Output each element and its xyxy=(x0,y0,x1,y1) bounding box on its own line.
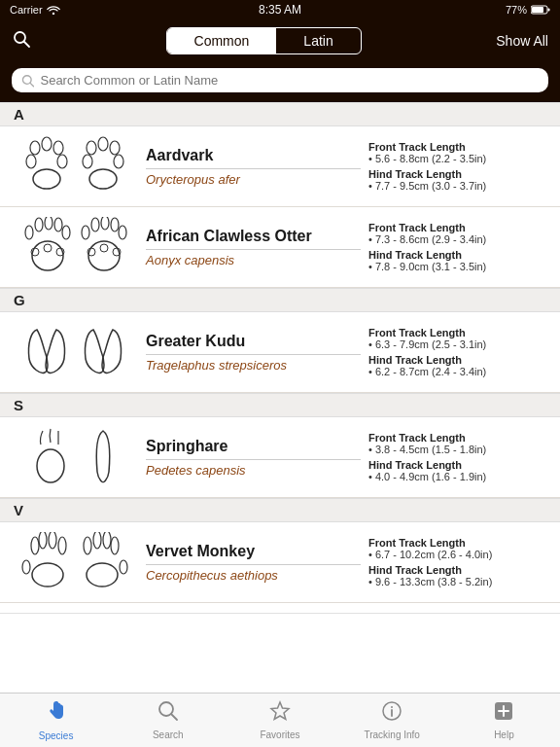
track-data-aardvark: Front Track Length • 5.6 - 8.8cm (2.2 - … xyxy=(368,141,548,192)
track-data-kudu: Front Track Length • 6.3 - 7.9cm (2.5 - … xyxy=(368,327,548,377)
svg-point-36 xyxy=(100,244,108,252)
tab-bar-item-tracking[interactable]: Tracking Info xyxy=(336,700,448,740)
wifi-icon xyxy=(47,5,60,15)
tab-bar-item-species[interactable]: Species xyxy=(0,699,112,741)
svg-point-22 xyxy=(45,217,52,230)
svg-point-45 xyxy=(120,560,127,574)
svg-point-23 xyxy=(54,218,62,231)
list-item[interactable]: Greater Kudu Tragelaphus strepsiceros Fr… xyxy=(0,312,560,393)
animal-name: Greater Kudu xyxy=(146,333,361,355)
status-carrier: Carrier xyxy=(10,4,60,16)
track-left-springhare xyxy=(33,427,84,487)
star-icon xyxy=(269,700,291,728)
svg-point-40 xyxy=(31,537,39,554)
animal-info-vervet: Vervet Monkey Cercopithecus aethiops xyxy=(138,543,368,583)
search-tab-icon xyxy=(158,700,179,728)
svg-point-8 xyxy=(30,141,40,155)
svg-point-38 xyxy=(37,449,64,482)
tab-bar-item-search[interactable]: Search xyxy=(112,700,224,740)
tab-bar-label-help: Help xyxy=(494,729,514,740)
svg-point-49 xyxy=(84,537,91,554)
svg-point-41 xyxy=(39,532,47,549)
svg-point-16 xyxy=(110,141,120,155)
animal-info-springhare: Springhare Pedetes capensis xyxy=(138,438,368,478)
animal-latin: Tragelaphus strepsiceros xyxy=(146,358,361,373)
svg-point-47 xyxy=(103,532,111,549)
svg-rect-2 xyxy=(548,9,550,12)
tab-common[interactable]: Common xyxy=(167,28,277,53)
tab-group: Common Latin xyxy=(166,27,362,54)
track-right-aardvark xyxy=(78,136,128,196)
track-left-vervet xyxy=(21,532,72,592)
track-left-aardvark xyxy=(21,136,72,196)
search-input[interactable] xyxy=(40,73,539,88)
svg-point-20 xyxy=(25,226,33,239)
svg-point-27 xyxy=(44,244,52,252)
list-item[interactable]: Aardvark Orycteropus afer Front Track Le… xyxy=(0,126,560,207)
svg-point-10 xyxy=(53,141,63,155)
svg-point-11 xyxy=(26,155,36,168)
list-item[interactable]: Springhare Pedetes capensis Front Track … xyxy=(0,417,560,498)
animal-name: Springhare xyxy=(146,438,361,460)
content-area: A xyxy=(0,102,560,676)
animal-name: Vervet Monkey xyxy=(146,543,361,565)
tab-latin[interactable]: Latin xyxy=(276,28,360,53)
svg-point-48 xyxy=(93,532,101,549)
svg-point-14 xyxy=(87,141,96,155)
list-item[interactable]: Vervet Monkey Cercopithecus aethiops Fro… xyxy=(0,522,560,603)
animal-info-kudu: Greater Kudu Tragelaphus strepsiceros xyxy=(138,333,368,373)
search-input-wrap xyxy=(12,68,548,92)
track-right-springhare xyxy=(89,427,117,487)
svg-point-24 xyxy=(62,226,70,239)
battery-icon xyxy=(531,5,550,15)
svg-point-0 xyxy=(52,13,53,15)
svg-point-50 xyxy=(87,563,118,587)
svg-line-7 xyxy=(30,83,34,87)
svg-point-13 xyxy=(33,169,60,189)
list-item[interactable]: African Clawless Otter Aonyx capensis Fr… xyxy=(0,207,560,288)
svg-point-44 xyxy=(32,563,63,587)
svg-point-42 xyxy=(49,532,56,549)
svg-point-31 xyxy=(101,217,109,230)
animal-name: African Clawless Otter xyxy=(146,228,361,250)
svg-point-17 xyxy=(83,155,92,168)
svg-point-30 xyxy=(91,218,99,231)
tab-bar: Species Search Favorites Tracking Info xyxy=(0,693,560,747)
animal-latin: Pedetes capensis xyxy=(146,463,361,478)
track-images-aardvark xyxy=(12,136,138,196)
track-right-otter xyxy=(78,217,128,277)
section-header-v: V xyxy=(0,498,560,522)
search-bar-container xyxy=(0,62,560,102)
tab-bar-label-species: Species xyxy=(39,730,74,741)
svg-point-29 xyxy=(82,226,89,239)
section-header-g: G xyxy=(0,288,560,312)
animal-latin: Aonyx capensis xyxy=(146,253,361,267)
animal-info-aardvark: Aardvark Orycteropus afer xyxy=(138,147,368,187)
track-images-springhare xyxy=(12,427,138,487)
svg-point-19 xyxy=(89,169,117,189)
show-all-button[interactable]: Show All xyxy=(496,33,548,49)
section-header-s: S xyxy=(0,393,560,417)
svg-marker-53 xyxy=(271,702,289,720)
tab-bar-label-search: Search xyxy=(153,729,184,740)
svg-point-39 xyxy=(22,560,30,574)
track-data-springhare: Front Track Length • 3.8 - 4.5cm (1.5 - … xyxy=(368,432,548,482)
info-icon xyxy=(381,700,402,728)
track-images-kudu xyxy=(12,322,138,382)
svg-point-43 xyxy=(58,537,66,554)
header: Common Latin Show All xyxy=(0,19,560,62)
header-search-icon[interactable] xyxy=(12,29,31,53)
svg-point-46 xyxy=(111,537,119,554)
tab-bar-item-favorites[interactable]: Favorites xyxy=(224,700,335,740)
animal-latin: Orycteropus afer xyxy=(146,172,361,187)
track-images-vervet xyxy=(12,532,138,592)
svg-point-18 xyxy=(114,155,123,168)
status-battery: 77% xyxy=(506,4,550,16)
tab-bar-item-help[interactable]: Help xyxy=(448,700,560,740)
animal-name: Aardvark xyxy=(146,147,361,169)
tab-bar-label-tracking: Tracking Info xyxy=(364,729,419,740)
svg-point-15 xyxy=(98,137,108,151)
svg-rect-3 xyxy=(532,7,543,13)
svg-point-21 xyxy=(35,218,43,231)
hand-icon xyxy=(45,699,68,729)
